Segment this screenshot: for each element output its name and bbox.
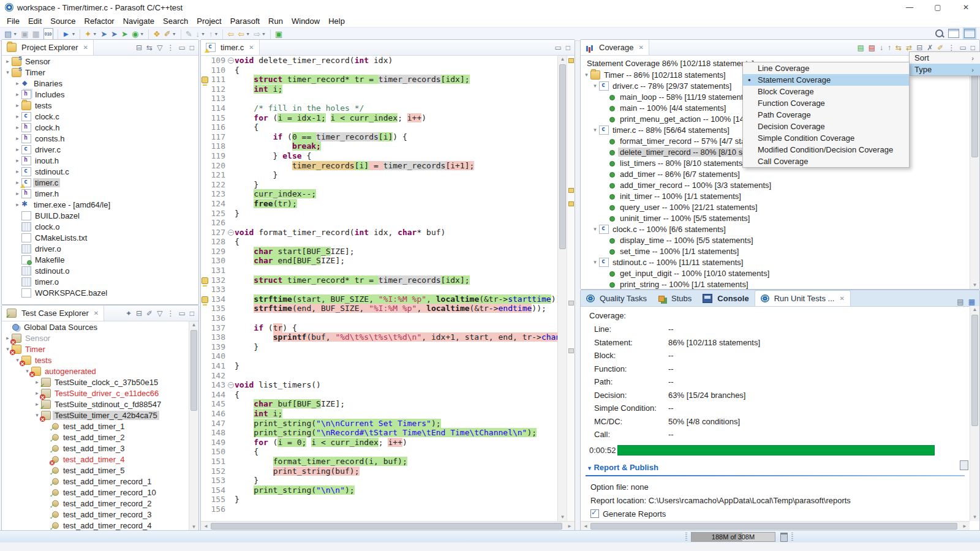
heap-status-gauge[interactable]: 188M of 308M: [691, 532, 775, 542]
test-case-item[interactable]: test_add_timer_1: [2, 421, 198, 432]
report-publish-section[interactable]: ▼ Report & Publish: [587, 463, 658, 472]
menu-item-type[interactable]: Type›: [910, 64, 980, 75]
previous-annotation-button[interactable]: ↑▼: [208, 29, 219, 40]
code-line[interactable]: 142: [201, 371, 557, 381]
coverage-item[interactable]: init_timer -- 100% [1/1 statements]: [581, 190, 979, 201]
menu-window[interactable]: Window: [287, 16, 324, 26]
expander-closed-icon[interactable]: ▸: [13, 135, 21, 141]
menu-item-decision-coverage[interactable]: Decision Coverage: [743, 121, 909, 132]
expander-closed-icon[interactable]: ▸: [13, 157, 21, 163]
next-annotation-button[interactable]: ↓▼: [195, 29, 206, 40]
coverage-item[interactable]: display_time -- 100% [5/5 statements]: [581, 234, 979, 246]
code-line[interactable]: 136: [201, 313, 557, 323]
forward-button[interactable]: ⇨▼: [252, 29, 267, 40]
code-line[interactable]: 137 if (tr) {: [201, 323, 557, 333]
menu-item-block-coverage[interactable]: Block Coverage: [743, 86, 909, 97]
menu-refactor[interactable]: Refactor: [80, 16, 119, 26]
code-line[interactable]: 120 timer_records[i] = timer_records[i+1…: [201, 161, 557, 171]
new-wizard-button[interactable]: ▤▼: [3, 29, 18, 40]
expander-open-icon[interactable]: ▾: [591, 259, 599, 265]
test-case-item[interactable]: ▸Sensor: [2, 332, 198, 343]
test-flow-button[interactable]: ➤: [120, 29, 129, 40]
next-icon[interactable]: ↓: [880, 43, 883, 52]
analyze-selection-button[interactable]: ➤: [99, 29, 108, 40]
coverage-item[interactable]: uninit_timer -- 100% [5/5 statements]: [581, 212, 979, 223]
collapse-all-icon[interactable]: ⊟: [916, 43, 922, 52]
highlight-brush-icon[interactable]: ✐: [937, 43, 943, 52]
link-coverage-icon[interactable]: ⇆: [895, 43, 902, 52]
expander-open-icon[interactable]: ▾: [4, 69, 12, 75]
project-explorer-item[interactable]: ▸inout.h: [2, 155, 198, 166]
test-case-item[interactable]: test_add_timer_2: [2, 432, 198, 443]
view-menu-icon[interactable]: ⋮: [167, 309, 174, 318]
code-line[interactable]: 143void list_timers(): [201, 380, 557, 390]
test-case-item[interactable]: test_add_timer_record_1: [2, 476, 198, 487]
expander-open-icon[interactable]: ▾: [591, 127, 599, 133]
code-line[interactable]: 116 {: [201, 122, 557, 132]
collapse-icon[interactable]: [228, 230, 234, 236]
project-explorer-item[interactable]: Makefile: [2, 254, 198, 265]
close-icon[interactable]: ✕: [94, 310, 99, 317]
dropdown-arrow-icon[interactable]: ▼: [13, 32, 17, 36]
drag-handle[interactable]: [791, 533, 793, 541]
tab-stubs[interactable]: Stubs: [652, 291, 697, 306]
menu-file[interactable]: File: [2, 16, 24, 26]
filter-icon[interactable]: ▽: [157, 43, 162, 52]
test-case-item[interactable]: test_add_timer_record_3: [2, 509, 198, 520]
project-explorer-item[interactable]: ▸timer.c: [2, 177, 198, 188]
run-config-icon[interactable]: ✦: [126, 309, 132, 318]
project-explorer-item[interactable]: ▸timer.exe - [amd64/le]: [2, 199, 198, 210]
code-line[interactable]: 156: [201, 504, 557, 514]
code-line[interactable]: 150 {: [201, 447, 557, 457]
bookmark-icon[interactable]: [202, 277, 208, 284]
code-line[interactable]: 113: [201, 94, 557, 103]
tab-test-case-explorer[interactable]: Test Case Explorer ✕: [2, 305, 104, 321]
wand-button[interactable]: ✐▼: [163, 29, 178, 40]
project-explorer-item[interactable]: ▸stdinout.c: [2, 166, 198, 177]
dropdown-arrow-icon[interactable]: ▼: [214, 32, 219, 36]
code-line[interactable]: 127void format_timer_record(int idx, cha…: [201, 228, 557, 238]
link-with-editor-icon[interactable]: ⇆: [146, 43, 153, 52]
code-line[interactable]: 140: [201, 351, 557, 361]
editor-horizontal-scrollbar[interactable]: ◄ ►: [201, 521, 575, 531]
project-explorer-item[interactable]: ▸Binaries: [2, 78, 198, 89]
expander-closed-icon[interactable]: ▸: [13, 124, 21, 130]
menu-search[interactable]: Search: [159, 16, 192, 26]
test-case-item[interactable]: test_add_timer_4: [2, 454, 198, 465]
minimize-icon[interactable]: ▭: [554, 43, 561, 52]
bookmark-icon[interactable]: [202, 296, 208, 303]
menu-navigate[interactable]: Navigate: [119, 16, 159, 26]
code-line[interactable]: 111 struct timer_record* tr = timer_reco…: [201, 75, 557, 84]
menu-parasoft[interactable]: Parasoft: [226, 16, 264, 26]
view-menu-icon[interactable]: ⋮: [167, 43, 174, 52]
close-icon[interactable]: ✕: [249, 44, 254, 51]
tab-coverage[interactable]: Coverage ✕: [581, 40, 649, 55]
run-test-button[interactable]: ◉▼: [130, 29, 145, 40]
generate-reports-checkbox[interactable]: [590, 509, 599, 518]
project-explorer-item[interactable]: ▸clock.c: [2, 111, 198, 122]
clear-coverage-icon[interactable]: ✗: [927, 43, 933, 52]
save-button[interactable]: ▣: [20, 29, 29, 40]
code-line[interactable]: 132 struct timer_record* tr = timer_reco…: [201, 276, 557, 285]
project-explorer-item[interactable]: ▸driver.c: [2, 144, 198, 155]
coverage-item[interactable]: add_timer -- 86% [6/7 statements]: [581, 168, 979, 179]
code-line[interactable]: 146 int i;: [201, 409, 557, 419]
expander-closed-icon[interactable]: ▸: [13, 102, 21, 108]
collapse-icon[interactable]: [228, 58, 234, 64]
coverage-item[interactable]: set_time -- 100% [1/1 statements]: [581, 246, 979, 257]
code-line[interactable]: 145 char buf[BUF_SIZE];: [201, 399, 557, 409]
menu-item-statement-coverage[interactable]: ●Statement Coverage: [743, 74, 909, 86]
dropdown-arrow-icon[interactable]: ▼: [262, 32, 266, 36]
menu-item-line-coverage[interactable]: Line Coverage: [743, 62, 909, 74]
code-area[interactable]: 109void delete_timer_record(int idx)110{…: [201, 56, 557, 521]
maximize-icon[interactable]: □: [971, 43, 975, 52]
coverage-item[interactable]: ▾stdinout.c -- 100% [11/11 statements]: [581, 257, 979, 268]
generate-reports-row[interactable]: Generate Reports: [590, 509, 666, 519]
project-explorer-item[interactable]: ▸timer.h: [2, 188, 198, 199]
open-report-icon[interactable]: ▤: [957, 298, 963, 306]
select-wand-icon[interactable]: ✐: [146, 309, 153, 318]
dropdown-arrow-icon[interactable]: ▼: [246, 32, 250, 36]
tasks-vertical-scrollbar[interactable]: ▲ ▼: [970, 306, 979, 521]
code-line[interactable]: 135 strftime(end, BUF_SIZE, "%I:%M %p", …: [201, 304, 557, 313]
code-line[interactable]: 148 print_string("\nRecord#\tStart Time\…: [201, 428, 557, 438]
